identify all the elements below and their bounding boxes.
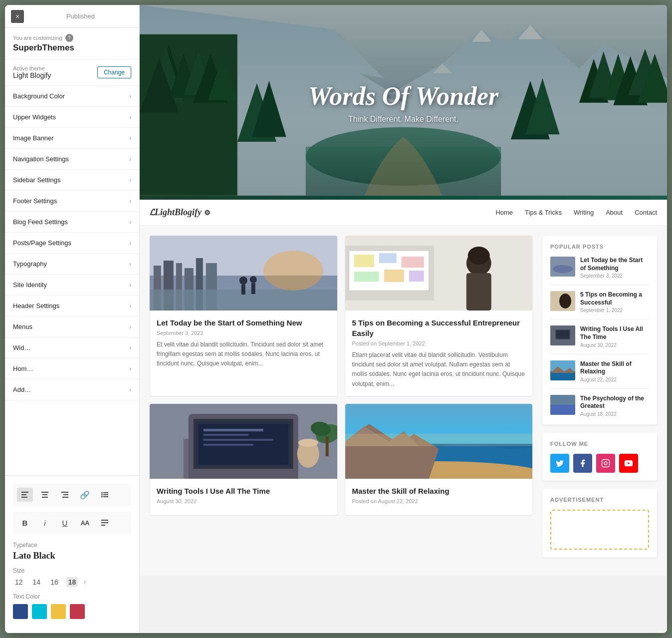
align-right-button[interactable] (57, 488, 73, 502)
menu-item-posts-page-settings[interactable]: Posts/Page Settings › (5, 233, 139, 254)
post-image-3 (150, 404, 337, 479)
post-title-2: 5 Tips on Becoming a Successful Entrepre… (352, 318, 526, 338)
svg-rect-12 (103, 494, 108, 495)
typeface-section: Typeface Lato Black (13, 542, 131, 561)
chevron-right-icon: › (129, 261, 131, 268)
popular-post-date-1: September 3, 2022 (580, 273, 649, 279)
post-body-3: Writing Tools I Use All The Time August … (150, 479, 337, 515)
change-theme-button[interactable]: Change (97, 66, 131, 78)
post-card-4[interactable]: Master the Skill of Relaxing Posted on A… (345, 404, 533, 515)
menu-item-widgets[interactable]: Wid… › (5, 337, 139, 358)
post-date-3: August 30, 2022 (157, 498, 330, 504)
chevron-right-icon: › (129, 323, 131, 330)
menu-item-sidebar-settings[interactable]: Sidebar Settings › (5, 170, 139, 191)
customizing-label: You are customizing ? (13, 34, 131, 42)
size-option-16[interactable]: 16 (48, 577, 60, 587)
svg-point-13 (101, 496, 103, 498)
menu-item-blog-feed-settings[interactable]: Blog Feed Settings › (5, 212, 139, 233)
list-button[interactable] (97, 488, 113, 502)
facebook-icon[interactable] (573, 454, 592, 473)
menu-item-additional[interactable]: Add… › (5, 379, 139, 400)
popular-post-4[interactable]: Master the Skill of Relaxing August 22, … (550, 360, 649, 389)
popular-post-date-2: September 1, 2022 (580, 308, 649, 313)
instagram-icon[interactable] (596, 454, 615, 473)
italic-button[interactable]: i (37, 516, 53, 530)
post-card-2[interactable]: 5 Tips on Becoming a Successful Entrepre… (345, 236, 533, 396)
align-center-button[interactable] (37, 488, 53, 502)
popular-post-2[interactable]: 5 Tips on Becoming a Successful Septembe… (550, 291, 649, 319)
post-card-1[interactable]: Let Today be the Start of Something New … (150, 236, 337, 396)
svg-rect-17 (101, 525, 105, 526)
text-formatting-toolbar: 🔗 (13, 484, 131, 506)
menu-item-homepage[interactable]: Hom… › (5, 358, 139, 379)
nav-contact[interactable]: Contact (635, 209, 657, 216)
chevron-right-icon: › (129, 135, 131, 142)
active-theme-section: Active theme Light Blogify Change (5, 59, 139, 86)
size-label: Size (13, 567, 131, 574)
popular-post-5[interactable]: The Psychology of the Greatest August 18… (550, 395, 649, 417)
nav-about[interactable]: About (606, 209, 623, 216)
theme-name: Light Blogify (13, 71, 51, 79)
menu-item-image-banner[interactable]: Image Banner › (5, 128, 139, 149)
blog-sidebar: POPULAR POSTS Let Today be the Start of … (542, 236, 657, 566)
svg-rect-68 (466, 273, 491, 311)
popular-post-title-3: Writing Tools I Use All The Time (580, 325, 649, 341)
customizer-info: You are customizing ? SuperbThemes (5, 28, 139, 59)
typeface-label: Typeface (13, 542, 131, 549)
bold-button[interactable]: B (17, 516, 33, 530)
nav-home[interactable]: Home (495, 209, 513, 216)
svg-point-81 (298, 439, 318, 447)
nav-tips-tricks[interactable]: Tips & Tricks (525, 209, 562, 216)
color-swatch-dark-blue[interactable] (13, 604, 28, 619)
link-button[interactable]: 🔗 (77, 488, 93, 502)
blog-logo: 𝓛LightBlogify ⚙ (150, 207, 495, 218)
hero-text-overlay: Words Of Wonder Think Different. Make Di… (308, 81, 498, 124)
size-more-arrow[interactable]: › (84, 579, 86, 586)
post-card-3[interactable]: Writing Tools I Use All The Time August … (150, 404, 337, 515)
popular-post-info-2: 5 Tips on Becoming a Successful Septembe… (580, 291, 649, 313)
menu-item-menus[interactable]: Menus › (5, 317, 139, 337)
font-size-button[interactable]: AA (77, 516, 93, 530)
size-section: Size 12 14 16 18 › (13, 567, 131, 587)
chevron-right-icon: › (129, 93, 131, 100)
size-option-18[interactable]: 18 (66, 577, 78, 587)
menu-item-header-settings[interactable]: Header Settings › (5, 296, 139, 317)
popular-post-1[interactable]: Let Today be the Start of Something Sept… (550, 257, 649, 285)
svg-rect-102 (550, 405, 575, 415)
popular-post-thumb-2 (550, 291, 575, 311)
color-swatch-yellow[interactable] (51, 604, 66, 619)
color-swatch-red[interactable] (70, 604, 85, 619)
popular-post-date-3: August 30, 2022 (580, 342, 649, 348)
post-image-4 (345, 404, 533, 479)
hero-title: Words Of Wonder (308, 81, 498, 111)
popular-post-3[interactable]: Writing Tools I Use All The Time August … (550, 325, 649, 354)
menu-item-typography[interactable]: Typography › (5, 254, 139, 275)
svg-rect-62 (379, 253, 396, 263)
post-body-1: Let Today be the Start of Something New … (150, 311, 337, 376)
follow-me-heading: FOLLOW ME (550, 441, 649, 447)
color-swatch-cyan[interactable] (32, 604, 47, 619)
underline-button[interactable]: U (57, 516, 73, 530)
close-button[interactable]: × (11, 10, 24, 23)
svg-point-11 (101, 494, 103, 496)
svg-point-57 (263, 251, 323, 291)
svg-rect-78 (204, 439, 273, 441)
menu-item-site-identity[interactable]: Site Identity › (5, 275, 139, 296)
svg-point-9 (101, 492, 103, 494)
typeface-value: Lato Black (13, 551, 131, 561)
size-option-14[interactable]: 14 (31, 577, 43, 587)
chevron-right-icon: › (129, 156, 131, 163)
menu-item-footer-settings[interactable]: Footer Settings › (5, 191, 139, 212)
paragraph-button[interactable] (97, 516, 113, 530)
nav-writing[interactable]: Writing (574, 209, 594, 216)
help-icon[interactable]: ? (65, 34, 73, 42)
follow-icons (550, 454, 649, 473)
svg-rect-65 (384, 270, 404, 282)
size-option-12[interactable]: 12 (13, 577, 25, 587)
menu-item-upper-widgets[interactable]: Upper Widgets › (5, 107, 139, 128)
menu-item-background-color[interactable]: Background Color › (5, 86, 139, 107)
youtube-icon[interactable] (619, 454, 638, 473)
twitter-icon[interactable] (550, 454, 569, 473)
align-left-button[interactable] (17, 488, 33, 502)
menu-item-navigation-settings[interactable]: Navigation Settings › (5, 149, 139, 170)
